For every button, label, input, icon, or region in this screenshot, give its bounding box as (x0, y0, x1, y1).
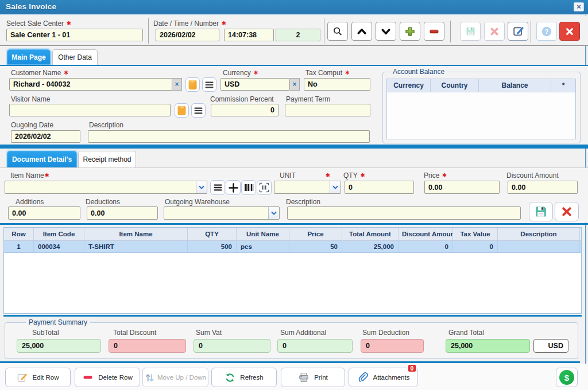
customer-name-input[interactable]: Richard - 040032 (9, 78, 172, 91)
additions-label: Additions (16, 198, 44, 206)
price-label: Price✱ (424, 171, 447, 180)
tab-other-data[interactable]: Other Data (52, 49, 98, 65)
edit-button[interactable] (508, 22, 528, 41)
column-header[interactable]: Price (289, 228, 342, 240)
dropdown-button[interactable] (196, 181, 207, 193)
column-header[interactable]: Total Amount (342, 228, 399, 240)
customer-name-label: Customer Name✱ (11, 69, 68, 77)
title-bar: Sales Invoice × (0, 0, 588, 15)
item-description-input[interactable] (287, 206, 521, 220)
column-header[interactable]: Item Code (34, 228, 84, 240)
close-form-button[interactable] (559, 22, 580, 41)
outgoing-date-input[interactable]: 2026/02/02 (11, 130, 80, 143)
tab-receipt-method[interactable]: Receipt method (78, 151, 136, 167)
item-scan-button[interactable] (257, 180, 272, 195)
total-discount-label: Total Discount (113, 329, 156, 337)
visitor-lookup-button[interactable] (175, 103, 189, 118)
window-title: Sales Invoice (6, 2, 56, 11)
commission-percent-label: Commission Percent (210, 95, 274, 103)
save-icon (465, 25, 477, 37)
row-cancel-button[interactable] (555, 202, 579, 221)
sale-center-input[interactable]: Sale Center 1 - 01 (6, 29, 143, 41)
section-separator (0, 223, 588, 225)
dropdown-button[interactable] (268, 207, 279, 219)
column-header[interactable]: Balance (479, 79, 551, 92)
cell-discount-amount: 0 (399, 241, 453, 252)
row-save-button[interactable] (529, 202, 553, 221)
grid-row-selected[interactable]: 1 000034 T-SHIRT 500 pcs 50 25,000 0 0 (4, 241, 581, 253)
column-header[interactable]: Row (4, 228, 34, 240)
number-input[interactable]: 2 (276, 29, 320, 41)
sum-vat-value: 0 (194, 339, 270, 353)
item-menu-button[interactable] (210, 180, 225, 195)
svg-text:$: $ (564, 373, 570, 383)
search-button[interactable] (327, 22, 348, 41)
save-button-disabled[interactable] (460, 22, 481, 41)
currency-clear-icon[interactable]: × (290, 78, 300, 91)
deductions-input[interactable]: 0.00 (87, 206, 158, 220)
barcode-scan-icon (259, 182, 269, 193)
tab-document-details[interactable]: Document Detail's (7, 151, 77, 167)
commission-percent-input[interactable]: 0 (211, 104, 278, 116)
column-header[interactable]: Tax Value (453, 228, 498, 240)
next-record-button[interactable] (376, 22, 396, 41)
print-button[interactable]: Print (281, 368, 345, 387)
cancel-button-disabled[interactable] (484, 22, 505, 41)
cell-price: 50 (289, 241, 342, 252)
column-header[interactable]: Country (431, 79, 479, 92)
cell-qty: 500 (188, 241, 237, 252)
customer-clear-icon[interactable]: × (172, 78, 182, 91)
payment-term-input[interactable] (285, 104, 370, 116)
grand-total-value: 25,000 (446, 339, 530, 353)
titlebar-close-button[interactable]: × (574, 2, 584, 11)
column-header[interactable]: Description (498, 228, 580, 240)
customer-lookup-button[interactable] (185, 77, 200, 92)
item-name-combo[interactable] (5, 181, 207, 194)
currency-input[interactable]: USD (220, 78, 290, 91)
account-balance-group: Account Balance Currency Country Balance… (382, 72, 581, 143)
required-asterisk: ✱ (64, 69, 68, 76)
outgoing-warehouse-combo[interactable] (164, 206, 280, 220)
discount-amount-input[interactable]: 0.00 (508, 181, 578, 194)
hamburger-icon (205, 81, 214, 88)
chevron-down-icon (332, 184, 339, 191)
refresh-button[interactable]: Refresh (211, 368, 277, 387)
previous-record-button[interactable] (351, 22, 372, 41)
remove-record-button[interactable] (424, 22, 444, 41)
save-icon (533, 204, 548, 219)
qty-input[interactable]: 0 (345, 181, 414, 194)
required-asterisk: ✱ (67, 20, 71, 26)
plus-icon (404, 26, 416, 37)
column-header[interactable]: Discount Amount (399, 228, 453, 240)
required-asterisk: ✱ (326, 172, 330, 178)
column-header[interactable]: * (551, 79, 575, 92)
delete-row-button[interactable]: Delete Row (75, 368, 140, 387)
unit-combo[interactable] (274, 181, 341, 194)
customer-menu-button[interactable] (202, 77, 216, 92)
item-add-button[interactable] (226, 180, 241, 195)
column-header[interactable]: Currency (387, 79, 431, 92)
item-barcode-button[interactable] (241, 180, 256, 195)
move-up-down-button[interactable]: Move Up / Down (142, 368, 208, 387)
dropdown-button[interactable] (330, 181, 341, 193)
discount-amount-label: Discount Amount (506, 171, 559, 180)
time-input[interactable]: 14:07:38 (224, 29, 274, 41)
help-button[interactable]: ? (536, 22, 557, 41)
tax-comput-input[interactable]: No (304, 78, 370, 91)
cell-total-amount: 25,000 (342, 241, 399, 252)
date-input[interactable]: 2026/02/02 (156, 29, 219, 41)
additions-input[interactable]: 0.00 (8, 206, 80, 220)
tab-main-page[interactable]: Main Page (7, 49, 51, 65)
plus-icon (229, 183, 238, 193)
column-header[interactable]: QTY (188, 228, 237, 240)
edit-row-button[interactable]: Edit Row (5, 368, 71, 387)
currency-dollar-button[interactable]: $ (556, 368, 578, 387)
price-input[interactable]: 0.00 (424, 181, 500, 194)
visitor-name-input[interactable] (9, 104, 171, 116)
visitor-menu-button[interactable] (191, 103, 206, 118)
column-header[interactable]: Item Name (84, 228, 188, 240)
header-divider (148, 18, 149, 44)
column-header[interactable]: Unit Name (237, 228, 289, 240)
description-input[interactable] (88, 130, 370, 143)
add-record-button[interactable] (400, 22, 420, 41)
